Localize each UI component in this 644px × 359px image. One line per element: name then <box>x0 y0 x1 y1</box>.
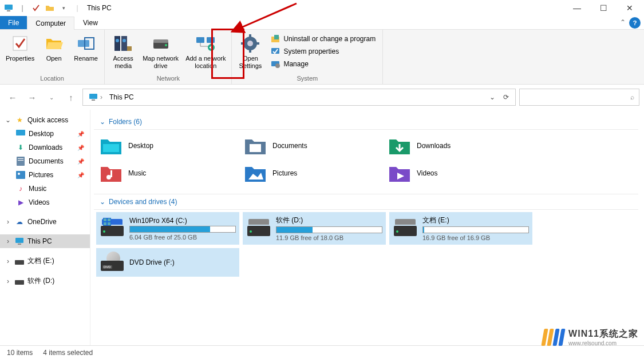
pin-icon: 📌 <box>77 158 84 165</box>
tab-view[interactable]: View <box>74 16 106 29</box>
svg-rect-14 <box>207 37 215 43</box>
svg-rect-23 <box>274 35 279 39</box>
qat-sep-icon: | <box>17 3 27 13</box>
breadcrumb-root[interactable]: › <box>85 93 106 101</box>
music-folder-icon <box>100 163 123 184</box>
ribbon-group-label: System <box>236 74 378 83</box>
tree-music[interactable]: ♪Music <box>0 182 90 196</box>
drive-d[interactable]: 软件 (D:)11.9 GB free of 18.0 GB <box>243 212 386 245</box>
uninstall-icon <box>271 34 280 43</box>
pc-icon <box>15 237 24 246</box>
open-folder-icon <box>44 33 64 54</box>
search-icon[interactable]: ⌕ <box>630 93 634 101</box>
access-media-button[interactable]: Access media <box>109 32 137 71</box>
nav-tree[interactable]: ⌄★Quick access Desktop📌 ⬇Downloads📌 Docu… <box>0 110 90 345</box>
svg-rect-18 <box>249 34 251 38</box>
tree-drive-d[interactable]: ›软件 (D:) <box>0 274 90 288</box>
system-properties-button[interactable]: System properties <box>268 46 378 57</box>
ribbon-group-network: Access media Map network drive Add a net… <box>105 30 232 84</box>
folder-pictures[interactable]: Pictures <box>240 159 385 187</box>
nav-bar: ← → ⌄ ↑ › This PC ⌄ ⟳ ⌕ <box>0 85 644 110</box>
gear-icon <box>240 33 260 54</box>
svg-rect-42 <box>110 170 112 177</box>
folder-downloads[interactable]: Downloads <box>385 132 529 159</box>
svg-rect-28 <box>92 99 95 101</box>
properties-icon <box>10 33 30 54</box>
svg-rect-39 <box>103 144 119 152</box>
folder-music[interactable]: Music <box>96 159 240 187</box>
folder-qat-icon[interactable] <box>45 3 55 13</box>
title-bar: | ▾ | This PC ― ☐ ✕ <box>0 0 644 16</box>
up-button[interactable]: ↑ <box>63 89 79 105</box>
drive-c[interactable]: Win10Pro X64 (C:)6.04 GB free of 25.0 GB <box>96 212 239 245</box>
group-folders-header[interactable]: ⌄Folders (6) <box>94 114 638 130</box>
drives-grid: Win10Pro X64 (C:)6.04 GB free of 25.0 GB… <box>90 212 642 284</box>
tab-file[interactable]: File <box>0 16 27 29</box>
tree-thispc[interactable]: ›This PC <box>0 234 90 248</box>
add-network-icon <box>195 33 216 54</box>
capacity-bar <box>422 226 529 233</box>
map-drive-button[interactable]: Map network drive <box>141 32 180 71</box>
pc-icon <box>89 93 98 101</box>
folder-videos[interactable]: Videos <box>385 159 529 187</box>
qat-divider-icon: | <box>72 3 82 13</box>
tree-onedrive[interactable]: ›☁OneDrive <box>0 215 90 229</box>
capacity-bar <box>129 226 236 233</box>
system-properties-icon <box>271 47 280 56</box>
svg-rect-11 <box>153 39 168 43</box>
svg-rect-47 <box>108 222 110 225</box>
search-input[interactable]: ⌕ <box>519 89 639 106</box>
add-network-location-button[interactable]: Add a network location <box>184 32 227 71</box>
folder-documents[interactable]: Documents <box>240 132 385 159</box>
svg-rect-46 <box>104 222 106 225</box>
close-button[interactable]: ✕ <box>617 0 643 16</box>
breadcrumb-thispc[interactable]: This PC <box>106 93 137 101</box>
group-drives-header[interactable]: ⌄Devices and drives (4) <box>94 194 638 210</box>
address-dropdown-icon[interactable]: ⌄ <box>485 89 499 105</box>
ribbon-group-location: Properties Open Rename Location <box>0 30 105 84</box>
refresh-button[interactable]: ⟳ <box>499 89 513 105</box>
tree-videos[interactable]: ▶Videos <box>0 196 90 209</box>
properties-qat-icon[interactable] <box>31 3 41 13</box>
qat-dropdown-icon[interactable]: ▾ <box>58 3 69 13</box>
svg-point-34 <box>18 173 20 175</box>
ribbon-group-label: Location <box>5 74 100 83</box>
drive-dvd[interactable]: DVD DVD Drive (F:) <box>96 248 239 277</box>
uninstall-program-button[interactable]: Uninstall or change a program <box>268 33 378 45</box>
tree-drive-e[interactable]: ›文档 (E:) <box>0 254 90 268</box>
help-icon[interactable]: ? <box>629 17 641 29</box>
rename-icon <box>76 33 96 54</box>
tree-downloads[interactable]: ⬇Downloads📌 <box>0 141 90 154</box>
tree-quick-access[interactable]: ⌄★Quick access <box>0 113 90 127</box>
folder-desktop[interactable]: Desktop <box>96 132 240 159</box>
recent-dropdown[interactable]: ⌄ <box>44 89 60 105</box>
svg-rect-40 <box>250 144 261 152</box>
svg-rect-2 <box>13 37 27 50</box>
svg-rect-7 <box>121 36 127 51</box>
open-button[interactable]: Open <box>40 32 68 63</box>
svg-rect-19 <box>249 49 251 53</box>
svg-rect-44 <box>104 218 106 221</box>
address-bar[interactable]: › This PC ⌄ ⟳ <box>82 89 516 106</box>
pc-icon <box>3 3 14 13</box>
tree-pictures[interactable]: Pictures📌 <box>0 168 90 182</box>
minimize-button[interactable]: ― <box>564 0 590 16</box>
tree-documents[interactable]: Documents📌 <box>0 154 90 168</box>
drive-icon <box>15 277 24 286</box>
drive-icon <box>15 257 24 266</box>
properties-button[interactable]: Properties <box>5 32 35 63</box>
rename-button[interactable]: Rename <box>72 32 100 63</box>
tree-desktop[interactable]: Desktop📌 <box>0 127 90 141</box>
svg-rect-1 <box>7 10 10 11</box>
pictures-folder-icon <box>244 163 267 184</box>
pin-icon: 📌 <box>77 145 84 151</box>
back-button[interactable]: ← <box>5 89 21 105</box>
forward-button[interactable]: → <box>24 89 40 105</box>
tab-computer[interactable]: Computer <box>27 17 74 30</box>
ribbon-collapse-icon[interactable]: ⌃ <box>620 18 626 29</box>
manage-button[interactable]: Manage <box>268 58 378 70</box>
open-settings-button[interactable]: Open Settings <box>236 32 264 71</box>
content-pane[interactable]: ⌄Folders (6) Desktop Documents Downloads… <box>90 110 644 345</box>
maximize-button[interactable]: ☐ <box>590 0 617 16</box>
drive-e[interactable]: 文档 (E:)16.9 GB free of 16.9 GB <box>389 212 532 245</box>
